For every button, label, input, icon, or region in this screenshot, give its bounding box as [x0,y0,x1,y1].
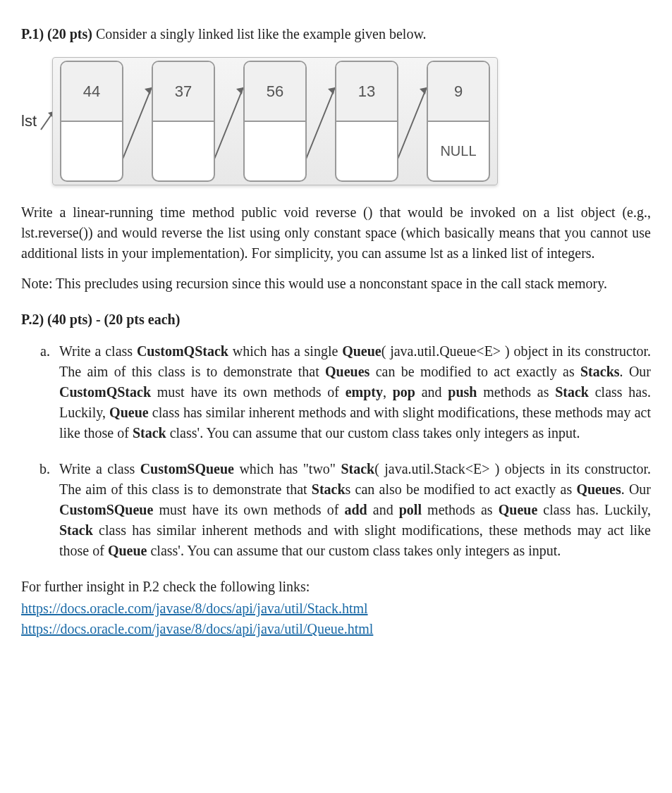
txt: must have its own methods of [151,384,346,400]
txt: Queues [325,364,369,379]
txt: Stack [133,425,166,441]
linked-list-diagram: lst 44 37 [21,57,651,185]
p2-item-a: Write a class CustomQStack which has a s… [54,341,651,443]
txt: Queue [342,343,381,359]
ll-node-null: NULL [428,122,489,180]
txt: Queue [499,502,538,517]
p1-para2: Note: This precludes using recursion sin… [21,273,651,294]
p1-heading-label: P.1) (20 pts) [21,26,92,42]
txt: Queues [576,481,621,497]
p2-heading: P.2) (40 pts) - (20 pts each) [21,309,651,330]
ll-node-value: 37 [153,62,214,122]
txt: class'. You can assume that our custom c… [166,425,580,441]
txt: Queue [109,405,149,420]
ll-arrow-icon [398,62,427,180]
txt: class has. Luckily, [537,502,651,517]
txt: Write a class [59,461,140,477]
txt: poll [399,502,422,517]
p2-link2-row: https://docs.oracle.com/javase/8/docs/ap… [21,619,651,639]
p1-heading-rest: Consider a singly linked list like the e… [92,26,427,42]
txt: CustomSQueue [59,502,153,517]
ll-node: 13 [335,61,398,182]
svg-line-2 [122,87,152,161]
txt: must have its own methods of [153,502,344,517]
txt: methods as [477,384,556,400]
txt: s can also be modified to act exactly as [346,481,577,497]
txt: and [415,384,448,400]
ll-node: 37 [152,61,215,182]
p2-further-text: For further insight in P.2 check the fol… [21,577,651,597]
ll-node-value: 13 [336,62,397,122]
linked-list-box: 44 37 56 13 [52,57,498,185]
svg-line-6 [305,87,335,161]
txt: Write a class [59,343,137,359]
txt: which has "two" [234,461,341,477]
txt: empty [346,384,383,400]
p2-link2[interactable]: https://docs.oracle.com/javase/8/docs/ap… [21,621,373,637]
ll-node-ptr [153,122,214,180]
ll-node-ptr [61,122,122,180]
svg-line-8 [397,87,427,161]
txt: push [448,384,477,400]
ll-node: 9 NULL [427,61,490,182]
ll-node: 56 [243,61,307,182]
ll-node-ptr [245,122,305,180]
txt: CustomQStack [59,384,151,400]
txt: which has a single [228,343,342,359]
ll-arrow-icon [215,62,243,180]
ll-node-ptr [336,122,397,180]
txt: can be modified to act exactly as [369,364,580,379]
txt: . Our [620,364,651,379]
lst-label: lst [21,110,37,133]
svg-marker-7 [328,87,335,94]
svg-marker-5 [236,87,243,94]
txt: CustomQStack [137,343,228,359]
txt: CustomSQueue [140,461,234,477]
p1-heading: P.1) (20 pts) Consider a singly linked l… [21,24,651,44]
txt: Stack [312,481,346,497]
txt: and [367,502,399,517]
txt: Queue [108,543,147,558]
p2-link1[interactable]: https://docs.oracle.com/javase/8/docs/ap… [21,601,368,616]
ll-node: 44 [60,61,123,182]
ll-node-value: 56 [245,62,305,122]
ll-node-value: 44 [61,62,122,122]
ll-arrow-icon [307,62,335,180]
p2-list: Write a class CustomQStack which has a s… [21,341,651,561]
txt: add [344,502,367,517]
txt: methods as [422,502,499,517]
ll-node-value: 9 [428,62,489,122]
txt: . Our [621,481,651,497]
txt: pop [393,384,415,400]
txt: , [383,384,393,400]
txt: class'. You can assume that our custom c… [147,543,561,558]
txt: Stacks [580,364,620,379]
txt: Stack [341,461,374,477]
svg-line-4 [214,87,243,161]
p2-link1-row: https://docs.oracle.com/javase/8/docs/ap… [21,598,651,619]
p2-item-b: Write a class CustomSQueue which has "tw… [54,459,651,561]
svg-marker-3 [145,87,152,94]
txt: Stack [59,522,93,538]
txt: Stack [555,384,589,400]
p1-para1: Write a linear-running time method publi… [21,202,651,264]
ll-arrow-icon [123,62,152,180]
svg-marker-9 [420,87,427,94]
